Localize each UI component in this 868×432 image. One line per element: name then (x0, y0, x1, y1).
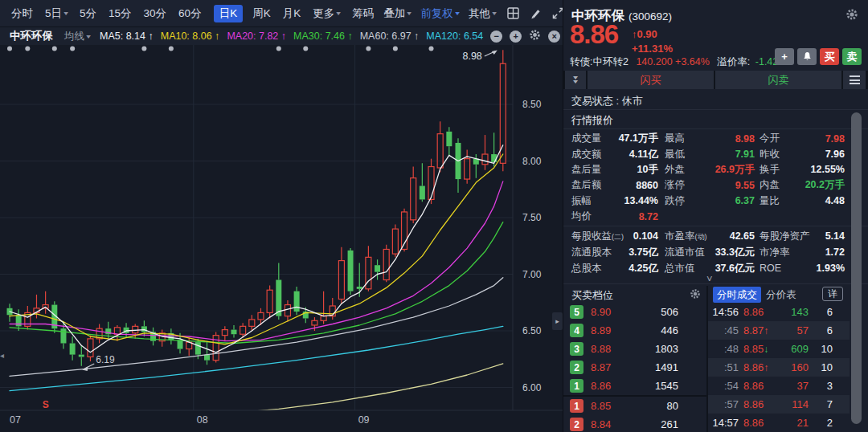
trade-row: 14:578.86212 (708, 414, 850, 432)
fundamental-label: 总股本 (571, 262, 602, 275)
quote-cell: 跌停6.37 (665, 194, 755, 209)
quote-cell: 换手12.55% (760, 162, 845, 177)
order-book-gear-icon[interactable] (690, 288, 701, 302)
fundamental-value: 33.3亿元 (715, 246, 755, 259)
draw-brush-icon[interactable] (530, 7, 542, 19)
quote-label: 换手 (760, 163, 780, 177)
period-tabs: 分时5日▾5分15分30分60分日K周K月K更多▾ (11, 5, 352, 22)
quote-label: 盘后量 (571, 163, 602, 177)
quote-label: 均价 (571, 210, 592, 223)
panel-scrollbar[interactable] (851, 112, 862, 424)
quote-cell: 昨收7.96 (760, 146, 845, 161)
ma-selector-dropdown[interactable]: 均线▾ (64, 30, 90, 43)
tool-tab-label: 筹码 (352, 6, 374, 21)
quote-grid: 成交量47.1万手最高8.98今开7.98成交额4.11亿最低7.91昨收7.9… (563, 131, 868, 224)
panel-gear-icon[interactable] (845, 8, 858, 23)
trade-count: 2 (827, 417, 833, 429)
indicator-gear-icon[interactable] (529, 29, 541, 43)
quote-cell: 最高8.98 (665, 131, 755, 146)
add-watchlist-button[interactable]: + (775, 48, 794, 65)
period-tab[interactable]: 分时 (11, 6, 33, 21)
alert-bell-button[interactable] (797, 48, 817, 65)
quote-value: 9.55 (735, 180, 755, 191)
quote-value: 8.72 (639, 211, 658, 222)
period-tab-label: 5日 (45, 6, 62, 21)
panel-expand-handle[interactable]: ▸ (552, 312, 563, 330)
trade-count: 6 (827, 306, 833, 318)
tool-tab-label: 前复权 (420, 6, 453, 21)
fundamental-cell: 每股收益(二)0.104 (571, 228, 658, 244)
collapse-double-chevron-icon[interactable]: ▾▾ (565, 71, 586, 89)
trade-time: :51 (708, 361, 739, 373)
close-pane-icon[interactable]: × (548, 31, 560, 43)
period-tab[interactable]: 月K (283, 6, 301, 21)
period-tab[interactable]: 5日▾ (45, 6, 68, 21)
period-tab[interactable]: 周K (252, 6, 271, 21)
order-book-row-sell3[interactable]: 38.881803 (563, 340, 706, 358)
kline-chart[interactable]: 8.508.007.507.006.506.000708098.986.19S (0, 45, 563, 432)
order-book-row-sell4[interactable]: 48.89446 (563, 321, 706, 340)
convertible-bond-row[interactable]: 转债:中环转2 140.200 +3.64% 溢价率: -1.42% (570, 55, 787, 69)
level-price: 8.85 (591, 400, 611, 412)
svg-text:09: 09 (358, 414, 370, 426)
quote-label: 成交额 (571, 148, 602, 161)
tab-tick-trades[interactable]: 分时成交 (713, 287, 761, 303)
tool-tab[interactable]: 其他▾ (469, 6, 496, 21)
order-book-row-buy1[interactable]: 18.8580 (563, 395, 706, 415)
tool-tab[interactable]: 筹码 (352, 6, 374, 21)
quote-row: 盘后额8860涨停9.55内盘20.2万手 (563, 177, 868, 193)
fundamental-label: 流通股本 (571, 246, 612, 259)
zoom-out-icon[interactable]: − (490, 31, 502, 43)
chevron-down-icon: ▾ (407, 10, 411, 17)
kline-chart-area[interactable]: 8.508.007.507.006.506.000708098.986.19S … (0, 45, 563, 432)
order-book-row-buy2[interactable]: 28.84261 (563, 415, 706, 432)
menu-hamburger-icon[interactable] (843, 71, 866, 89)
ma-value: MA60: 6.97 ↑ (360, 31, 420, 42)
quote-value: 7.91 (735, 149, 755, 160)
fundamental-value: 0.104 (633, 230, 658, 242)
order-book-row-sell2[interactable]: 28.871491 (563, 358, 706, 377)
fullscreen-expand-icon[interactable] (552, 7, 563, 19)
detail-button[interactable]: 详 (822, 287, 843, 301)
ma-value: MA120: 6.54 (426, 31, 483, 42)
quote-value: 6.37 (735, 195, 755, 206)
zoom-in-icon[interactable]: + (510, 31, 522, 43)
fundamental-label: 总市值 (665, 262, 695, 275)
trade-price: 8.86 (743, 380, 764, 392)
quote-value: 7.98 (825, 133, 845, 145)
grid-layout-icon[interactable] (507, 7, 519, 19)
tab-price-table[interactable]: 分价表 (766, 288, 796, 302)
period-tab[interactable]: 60分 (178, 6, 202, 21)
chevron-down-icon: ▾ (86, 33, 91, 40)
fundamental-cell: 总股本4.25亿 (571, 260, 658, 276)
period-tab[interactable]: 日K (214, 5, 244, 22)
fundamental-cell: 市净率1.72 (760, 244, 845, 260)
quote-value: 8.98 (735, 133, 755, 145)
up-arrow-icon: ↑ (764, 362, 768, 373)
period-tab[interactable]: 5分 (80, 6, 96, 21)
svg-text:08: 08 (197, 414, 208, 426)
flash-buy-button[interactable]: 闪买 (588, 71, 714, 89)
period-tab-label: 分时 (11, 6, 33, 21)
sell-button[interactable]: 卖 (842, 48, 862, 65)
fundamental-row: 每股收益(二)0.104市盈率(动)42.65每股净资产5.14 (563, 228, 868, 244)
quote-row: 均价8.72 (563, 209, 868, 224)
left-collapse-triangle-icon[interactable]: ◂ (0, 352, 4, 360)
order-book-row-sell5[interactable]: 58.90506 (563, 303, 706, 321)
flash-sell-button[interactable]: 闪卖 (715, 71, 841, 89)
period-tab[interactable]: 30分 (144, 6, 167, 21)
bond-price: 140.200 +3.64% (636, 56, 709, 67)
fundamental-value: 5.14 (825, 230, 845, 242)
buy-button[interactable]: 买 (820, 48, 839, 65)
order-book-row-sell1[interactable]: 18.861545 (563, 377, 706, 395)
svg-text:6.19: 6.19 (96, 354, 115, 365)
tool-tab[interactable]: 叠加▾ (383, 6, 411, 21)
price-change-pct: +11.31% (632, 43, 673, 55)
fundamental-value: 1.72 (825, 247, 845, 258)
quote-label: 跌停 (665, 194, 685, 208)
fundamental-value: 1.93% (817, 263, 845, 274)
tool-tab[interactable]: 前复权▾ (420, 6, 459, 21)
period-tab[interactable]: 15分 (108, 6, 132, 21)
quote-label: 今开 (760, 132, 780, 145)
period-tab[interactable]: 更多▾ (313, 6, 340, 21)
